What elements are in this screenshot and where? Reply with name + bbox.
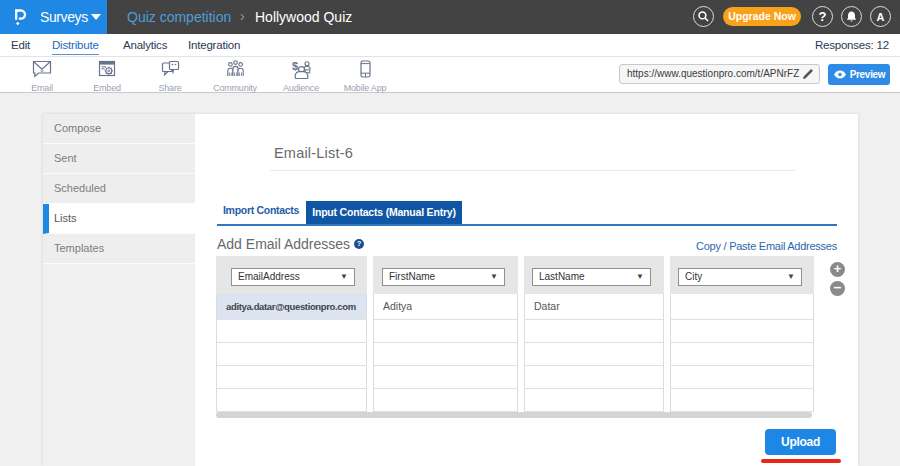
svg-text:$: $ — [292, 60, 298, 72]
